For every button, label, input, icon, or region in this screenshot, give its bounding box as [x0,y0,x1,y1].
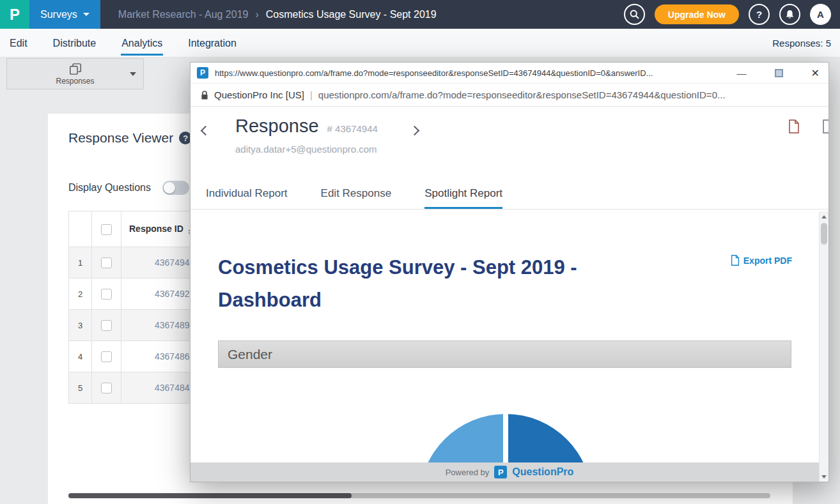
vertical-scrollbar[interactable] [819,211,828,482]
toggle-knob [164,182,175,194]
pdf-icon [788,119,800,134]
next-response-button chevron-right-icon[interactable] [410,126,420,136]
triangle-down-icon [821,475,827,478]
questionpro-logo[interactable]: P [0,0,29,29]
select-all-header [92,211,121,247]
row-number: 2 [69,279,92,310]
response-tabs: Individual Report Edit Response Spotligh… [191,178,828,210]
row-number: 4 [69,341,92,372]
address-url: questionpro.com/a/frame.do?mode=response… [318,89,726,100]
export-pdf-link[interactable]: Export PDF [731,255,792,266]
display-questions-label: Display Questions [68,182,151,194]
close-button[interactable]: ✕ [811,67,820,79]
caret-down-icon [83,13,89,16]
row-checkbox[interactable] [101,320,112,331]
row-checkbox[interactable] [101,257,112,268]
search-button[interactable] [624,4,645,25]
download-pdf-button[interactable] [788,119,800,136]
window-url: https://www.questionpro.com/a/frame.do?m… [215,68,722,78]
help-button[interactable]: ? [749,4,770,25]
window-titlebar[interactable]: P https://www.questionpro.com/a/frame.do… [191,63,828,84]
tab-edit-response[interactable]: Edit Response [321,187,392,209]
bell-icon [785,10,795,20]
prev-response-button chevron-left-icon[interactable] [201,126,211,136]
tab-spotlight-report[interactable]: Spotlight Report [424,187,502,209]
gender-section-header: Gender [218,340,791,368]
top-bar: P Surveys Market Research - Aug 2019 › C… [0,0,840,29]
scroll-down-button[interactable] [820,471,828,482]
responses-toolbar-label: Responses [56,77,94,86]
pie-slice-left [419,414,506,462]
report-content: Export PDF Cosmetics Usage Survey - Sept… [191,211,828,482]
tab-integration[interactable]: Integration [187,31,237,56]
powered-by-footer: Powered by P QuestionPro [191,462,828,482]
pdf-icon [731,255,740,266]
response-header: Response # 43674944 aditya.datar+5@quest… [191,107,828,178]
responses-icon [69,63,82,75]
breadcrumb-current: Cosmetics Usage Survey - Sept 2019 [266,9,437,20]
tab-analytics[interactable]: Analytics [121,31,163,56]
questionpro-footer-brand[interactable]: QuestionPro [512,466,573,478]
gender-chart-area [218,369,791,462]
responses-toolbar-button[interactable]: Responses [6,58,144,89]
row-number-header [69,211,92,247]
display-questions-toggle[interactable] [162,181,189,195]
survey-section-nav: Edit Distribute Analytics Integration Re… [0,29,840,57]
row-checkbox[interactable] [101,383,112,393]
response-number: # 43674944 [327,123,378,134]
document-icon [822,119,829,134]
minimize-button[interactable]: — [737,68,747,79]
pie-slice-gap [503,414,508,462]
upgrade-now-button[interactable]: Upgrade Now [655,4,739,24]
help-icon: ? [756,9,762,20]
address-bar[interactable]: QuestionPro Inc [US] | questionpro.com/a… [191,84,828,107]
row-number: 1 [69,247,92,279]
row-number: 3 [69,310,92,341]
notifications-button[interactable] [779,4,800,25]
scroll-up-button[interactable] [820,211,828,222]
surveys-menu-label: Surveys [40,9,77,20]
dashboard-title: Cosmetics Usage Survey - Sept 2019 - Das… [218,251,640,316]
response-editor-popup: P https://www.questionpro.com/a/frame.do… [190,62,829,482]
breadcrumb: Market Research - Aug 2019 › Cosmetics U… [118,9,437,20]
topbar-actions: Upgrade Now ? A [624,4,840,25]
row-checkbox[interactable] [101,289,112,300]
surveys-menu[interactable]: Surveys [29,0,100,29]
window-favicon: P [197,67,208,79]
powered-by-label: Powered by [446,468,490,477]
row-checkbox[interactable] [101,351,112,362]
row-number: 5 [69,372,92,404]
responses-count: Responses: 5 [772,38,831,49]
download-doc-button[interactable] [822,119,829,136]
page-title: Response Viewer [68,130,173,146]
breadcrumb-separator: › [255,9,258,20]
select-all-checkbox[interactable] [101,224,112,235]
tab-edit[interactable]: Edit [9,31,28,56]
caret-down-icon [130,72,136,76]
pie-slice-right [506,414,592,462]
response-title: Response [235,116,319,137]
vertical-scrollbar-thumb[interactable] [821,223,827,245]
questionpro-footer-logo: P [494,466,507,478]
respondent-email: aditya.datar+5@questionpro.com [235,144,377,155]
address-separator: | [310,89,313,100]
user-avatar[interactable]: A [810,4,831,25]
tab-distribute[interactable]: Distribute [52,31,97,56]
horizontal-scrollbar[interactable] [68,493,770,498]
horizontal-scrollbar-thumb[interactable] [68,493,352,498]
triangle-up-icon [821,215,827,218]
tab-individual-report[interactable]: Individual Report [206,187,288,209]
lock-icon [201,90,208,100]
site-identity: QuestionPro Inc [US] [214,89,304,100]
breadcrumb-parent[interactable]: Market Research - Aug 2019 [118,9,249,20]
maximize-button[interactable] [775,69,783,77]
search-icon [630,10,639,19]
